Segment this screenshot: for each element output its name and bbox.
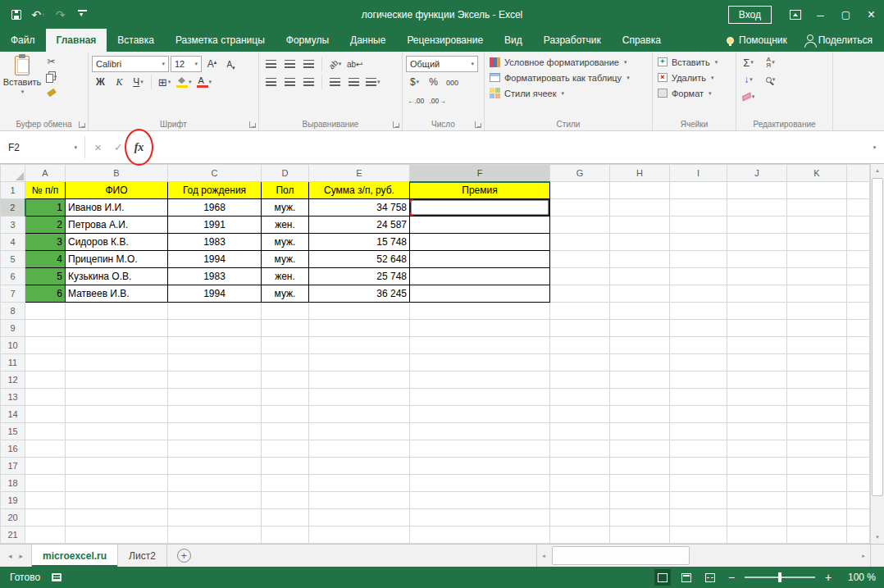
cell-J1[interactable] — [727, 182, 787, 199]
tab-insert[interactable]: Вставка — [107, 29, 165, 52]
cell-J16[interactable] — [727, 440, 787, 458]
copy-button[interactable] — [43, 70, 60, 84]
cell-E20[interactable] — [309, 509, 410, 526]
cell-E8[interactable] — [309, 303, 410, 320]
maximize-button[interactable] — [833, 0, 859, 29]
cell-E1[interactable]: Сумма з/п, руб. — [309, 182, 410, 199]
cell-G5[interactable] — [550, 251, 610, 268]
cell-overflow-19[interactable] — [847, 492, 870, 509]
cell-E2[interactable]: 34 758 — [309, 199, 410, 217]
font-color-button[interactable] — [195, 74, 214, 90]
cell-H14[interactable] — [610, 406, 670, 423]
cell-E21[interactable] — [309, 526, 410, 544]
row-header-2[interactable]: 2 — [1, 199, 25, 217]
tab-review[interactable]: Рецензирование — [396, 29, 494, 52]
cell-C8[interactable] — [168, 303, 262, 320]
cell-E19[interactable] — [309, 492, 410, 509]
bold-button[interactable]: Ж — [92, 74, 109, 90]
cell-K19[interactable] — [787, 492, 847, 509]
cell-J20[interactable] — [727, 509, 787, 526]
cell-G21[interactable] — [550, 526, 610, 544]
cell-I3[interactable] — [670, 217, 727, 234]
cell-A9[interactable] — [25, 320, 66, 337]
cell-A8[interactable] — [25, 303, 66, 320]
cell-B3[interactable]: Петрова А.И. — [66, 217, 168, 234]
column-header-J[interactable]: J — [727, 165, 787, 182]
cell-B20[interactable] — [66, 509, 168, 526]
cell-A18[interactable] — [25, 475, 66, 492]
cell-E12[interactable] — [309, 371, 410, 389]
row-header-14[interactable]: 14 — [1, 406, 25, 423]
cell-B11[interactable] — [66, 354, 168, 371]
cell-overflow-20[interactable] — [847, 509, 870, 526]
cell-D18[interactable] — [262, 475, 309, 492]
cell-overflow-8[interactable] — [847, 303, 870, 320]
column-header-H[interactable]: H — [610, 165, 670, 182]
row-header-11[interactable]: 11 — [1, 354, 25, 371]
cell-B13[interactable] — [66, 389, 168, 406]
view-normal-button[interactable] — [654, 569, 671, 586]
cell-I7[interactable] — [670, 285, 727, 303]
cell-overflow-12[interactable] — [847, 371, 870, 389]
cell-J8[interactable] — [727, 303, 787, 320]
cell-D14[interactable] — [262, 406, 309, 423]
cell-G14[interactable] — [550, 406, 610, 423]
cell-K4[interactable] — [787, 234, 847, 251]
cell-D16[interactable] — [262, 440, 309, 458]
cell-I10[interactable] — [670, 337, 727, 354]
zoom-level[interactable]: 100 % — [841, 572, 876, 583]
tab-file[interactable]: Файл — [0, 29, 46, 52]
cell-G9[interactable] — [550, 320, 610, 337]
cell-I15[interactable] — [670, 423, 727, 440]
cell-C10[interactable] — [168, 337, 262, 354]
delete-cells-button[interactable]: Удалить — [656, 70, 732, 85]
merge-center-button[interactable] — [364, 74, 382, 90]
cell-F13[interactable] — [410, 389, 550, 406]
ribbon-display-options-button[interactable] — [783, 0, 808, 29]
cell-G11[interactable] — [550, 354, 610, 371]
cell-A13[interactable] — [25, 389, 66, 406]
cell-I16[interactable] — [670, 440, 727, 458]
cell-overflow-15[interactable] — [847, 423, 870, 440]
row-header-16[interactable]: 16 — [1, 440, 25, 458]
cell-B18[interactable] — [66, 475, 168, 492]
new-sheet-button[interactable] — [177, 549, 191, 563]
cell-I12[interactable] — [670, 371, 727, 389]
cell-K3[interactable] — [787, 217, 847, 234]
cell-F16[interactable] — [410, 440, 550, 458]
cell-A12[interactable] — [25, 371, 66, 389]
row-header-10[interactable]: 10 — [1, 337, 25, 354]
cell-K9[interactable] — [787, 320, 847, 337]
cell-overflow-9[interactable] — [847, 320, 870, 337]
dialog-launcher-icon[interactable] — [475, 121, 481, 128]
cell-K16[interactable] — [787, 440, 847, 458]
cell-overflow-10[interactable] — [847, 337, 870, 354]
name-box[interactable]: F2 — [0, 131, 82, 163]
vertical-scrollbar[interactable] — [870, 164, 884, 544]
cell-J12[interactable] — [727, 371, 787, 389]
cell-F1[interactable]: Премия — [410, 182, 550, 199]
format-cells-button[interactable]: Формат — [656, 85, 732, 101]
cell-A5[interactable]: 4 — [25, 251, 66, 268]
cell-overflow-1[interactable] — [847, 182, 870, 199]
cell-C18[interactable] — [168, 475, 262, 492]
cell-A7[interactable]: 6 — [25, 285, 66, 303]
cell-B14[interactable] — [66, 406, 168, 423]
cell-E16[interactable] — [309, 440, 410, 458]
cell-H1[interactable] — [610, 182, 670, 199]
cell-K7[interactable] — [787, 285, 847, 303]
cell-G8[interactable] — [550, 303, 610, 320]
wrap-text-button[interactable] — [345, 56, 365, 72]
cell-A20[interactable] — [25, 509, 66, 526]
cell-C2[interactable]: 1968 — [168, 199, 262, 217]
decrease-decimal-button[interactable] — [427, 92, 447, 108]
cell-J6[interactable] — [727, 268, 787, 285]
cell-K10[interactable] — [787, 337, 847, 354]
tab-page-layout[interactable]: Разметка страницы — [165, 29, 276, 52]
cell-J18[interactable] — [727, 475, 787, 492]
cell-B16[interactable] — [66, 440, 168, 458]
cell-overflow-21[interactable] — [847, 526, 870, 544]
shrink-font-button[interactable] — [222, 56, 239, 72]
align-bottom-button[interactable] — [300, 56, 317, 72]
fill-button[interactable] — [740, 71, 757, 88]
